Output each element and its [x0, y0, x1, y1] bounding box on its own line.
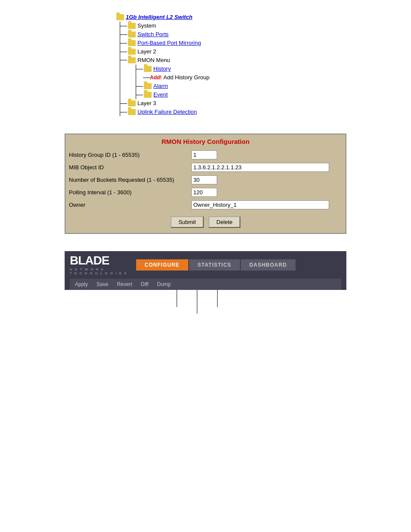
- table-row: Polling Interval (1 - 3600): [65, 186, 346, 199]
- field-input-num-buckets[interactable]: [191, 175, 217, 184]
- form-buttons: Submit Delete: [65, 211, 346, 233]
- field-label-owner: Owner: [65, 199, 188, 211]
- pointer-line-3: [217, 290, 218, 307]
- field-label-history-group-id: History Group ID (1 - 65535): [65, 149, 188, 161]
- tree-item-system-label: System: [137, 22, 156, 30]
- submit-button[interactable]: Submit: [171, 216, 203, 228]
- tree-item-root[interactable]: 1Gb Intelligent L2 Switch: [126, 13, 193, 22]
- field-input-owner[interactable]: [191, 200, 329, 209]
- uplink-folder-icon: [128, 109, 136, 115]
- tab-configure[interactable]: CONFIGURE: [136, 259, 188, 271]
- field-input-polling-interval[interactable]: [191, 188, 217, 197]
- system-folder-icon: [128, 23, 136, 29]
- tree-item-rmon-label: RMON Menu: [137, 56, 170, 65]
- menu-diff[interactable]: Diff: [141, 281, 149, 287]
- field-label-mib-object-id: MIB Object ID: [65, 161, 188, 174]
- tab-statistics[interactable]: STATISTICS: [189, 259, 240, 271]
- add-history-icon: Add!: [150, 73, 162, 82]
- event-folder-icon: [144, 92, 152, 98]
- tree-link-port-mirroring[interactable]: Port-Based Port Mirroring: [137, 39, 201, 47]
- field-label-num-buckets: Number of Buckets Requested (1 - 65535): [65, 174, 188, 186]
- tree-item-add-history-label[interactable]: Add History Group: [163, 73, 209, 82]
- form-title: RMON History Configuration: [65, 134, 346, 149]
- layer2-folder-icon: [128, 49, 136, 55]
- field-cell-history-group-id: [188, 149, 346, 161]
- tree-item-event: Event: [136, 90, 209, 99]
- pointer-line-2: [197, 290, 197, 314]
- bottom-nav: BLADE N E T W O R KT E C H N O L O G I E…: [65, 251, 346, 290]
- tree-root-node: 1Gb Intelligent L2 Switch: [116, 13, 411, 22]
- delete-button[interactable]: Delete: [209, 216, 240, 228]
- brand-logo: BLADE: [70, 255, 128, 267]
- tree-item-history: History: [136, 65, 209, 73]
- tree-item-layer2: Layer 2: [120, 47, 411, 56]
- menu-dump[interactable]: Dump: [157, 281, 171, 287]
- brand-area: BLADE N E T W O R KT E C H N O L O G I E…: [70, 255, 128, 275]
- tree-link-history[interactable]: History: [153, 65, 171, 73]
- tree-item-rmon: RMON Menu History Add!: [120, 56, 411, 99]
- bottom-nav-wrapper: BLADE N E T W O R KT E C H N O L O G I E…: [65, 251, 346, 314]
- field-cell-num-buckets: [188, 174, 346, 186]
- root-folder-icon: [116, 14, 124, 20]
- tree-item-uplink: Uplink Failure Detection: [120, 108, 411, 116]
- nav-tabs: CONFIGURE STATISTICS DASHBOARD: [136, 259, 296, 271]
- tree-item-port-mirroring: Port-Based Port Mirroring: [120, 39, 411, 47]
- tab-dashboard[interactable]: DASHBOARD: [241, 259, 296, 271]
- form-table: History Group ID (1 - 65535) MIB Object …: [65, 149, 346, 211]
- port-mirroring-folder-icon: [128, 40, 136, 46]
- menu-revert[interactable]: Revert: [117, 281, 132, 287]
- layer3-folder-icon: [128, 100, 136, 106]
- pointer-lines: [65, 290, 346, 314]
- pointer-line-1: [177, 290, 177, 307]
- tree-link-switch-ports[interactable]: Switch Ports: [137, 30, 168, 39]
- tree-item-system: System: [120, 22, 411, 30]
- tree-link-event[interactable]: Event: [153, 90, 168, 99]
- rmon-form: RMON History Configuration History Group…: [65, 134, 346, 234]
- tree-item-switch-ports: Switch Ports: [120, 30, 411, 39]
- field-cell-owner: [188, 199, 346, 211]
- rmon-folder-icon: [128, 57, 136, 63]
- tree-container: 1Gb Intelligent L2 Switch System Switch …: [103, 13, 411, 116]
- table-row: MIB Object ID: [65, 161, 346, 174]
- menu-save[interactable]: Save: [97, 281, 108, 287]
- table-row: Number of Buckets Requested (1 - 65535): [65, 174, 346, 186]
- alarm-folder-icon: [144, 83, 152, 89]
- nav-menu-bar: Apply Save Revert Diff Dump: [70, 279, 341, 290]
- table-row: Owner: [65, 199, 346, 211]
- tree-item-layer2-label: Layer 2: [137, 47, 156, 56]
- tree-item-layer3-label: Layer 3: [137, 99, 156, 108]
- switch-ports-folder-icon: [128, 31, 136, 37]
- tree-section: 1Gb Intelligent L2 Switch System Switch …: [0, 0, 411, 125]
- tree-item-alarm: Alarm: [136, 82, 209, 90]
- table-row: History Group ID (1 - 65535): [65, 149, 346, 161]
- field-cell-polling-interval: [188, 186, 346, 199]
- field-cell-mib-object-id: [188, 161, 346, 174]
- field-input-mib-object-id[interactable]: [191, 163, 329, 172]
- tree-link-alarm[interactable]: Alarm: [153, 82, 168, 90]
- tree-item-add-history: Add! Add History Group: [136, 73, 209, 82]
- tree-item-layer3: Layer 3: [120, 99, 411, 108]
- history-folder-icon: [144, 66, 152, 72]
- field-label-polling-interval: Polling Interval (1 - 3600): [65, 186, 188, 199]
- brand-sub: N E T W O R KT E C H N O L O G I E S: [70, 268, 128, 275]
- nav-top-bar: BLADE N E T W O R KT E C H N O L O G I E…: [70, 255, 341, 279]
- field-input-history-group-id[interactable]: [191, 150, 217, 159]
- tree-link-uplink[interactable]: Uplink Failure Detection: [137, 108, 197, 116]
- menu-apply[interactable]: Apply: [75, 281, 88, 287]
